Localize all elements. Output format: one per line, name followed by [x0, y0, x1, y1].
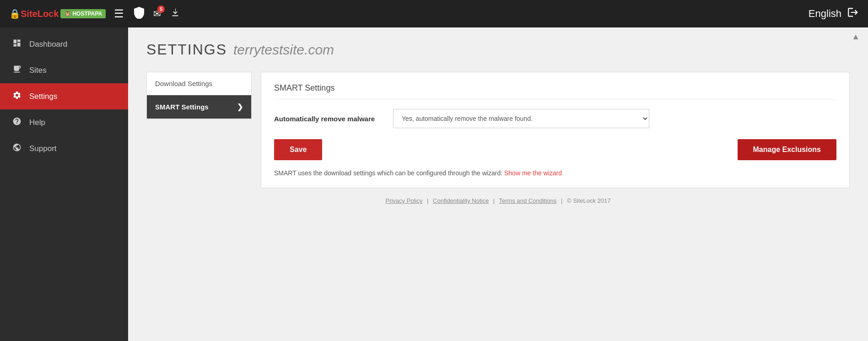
- sidebar-item-sites[interactable]: Sites: [0, 57, 128, 83]
- nav-download-settings[interactable]: Download Settings: [147, 72, 251, 95]
- wizard-link[interactable]: Show me the wizard: [504, 169, 562, 177]
- manage-exclusions-button[interactable]: Manage Exclusions: [738, 139, 837, 160]
- settings-nav: Download Settings SMART Settings ❯: [146, 72, 252, 119]
- download-icon[interactable]: [170, 8, 180, 20]
- settings-icon: [11, 91, 23, 102]
- copyright-text: © SiteLock 2017: [567, 197, 611, 204]
- logo-hostpapa: 🦉 HOSTPAPA: [60, 9, 106, 18]
- privacy-policy-link[interactable]: Privacy Policy: [385, 197, 422, 204]
- sidebar-label-dashboard: Dashboard: [29, 40, 67, 49]
- support-icon: [11, 143, 23, 154]
- logout-icon[interactable]: [847, 6, 859, 21]
- sidebar-item-dashboard[interactable]: Dashboard: [0, 31, 128, 57]
- menu-icon[interactable]: ☰: [114, 7, 125, 20]
- auto-remove-label: Automatically remove malware: [274, 115, 384, 123]
- sidebar-item-settings[interactable]: Settings: [0, 83, 128, 109]
- confidentiality-notice-link[interactable]: Confidentiality Notice: [433, 197, 489, 204]
- sep1: |: [427, 197, 428, 204]
- logo-lock-text: Lock: [38, 9, 59, 19]
- dashboard-icon: [11, 38, 23, 50]
- sep2: |: [493, 197, 495, 204]
- page-title-subtitle: terrytestsite.com: [233, 42, 334, 58]
- sidebar-label-help: Help: [29, 118, 45, 127]
- logo-area: 🔒SiteLock 🦉 HOSTPAPA: [9, 8, 106, 19]
- logo-site-text: Site: [21, 9, 38, 19]
- layout: Dashboard Sites Settings Help Support: [0, 27, 868, 341]
- auto-remove-select[interactable]: Yes, automatically remove the malware fo…: [393, 109, 649, 128]
- scroll-up-icon[interactable]: ▲: [852, 32, 860, 42]
- page-title-area: SETTINGS terrytestsite.com: [146, 41, 850, 58]
- footer: Privacy Policy | Confidentiality Notice …: [146, 188, 850, 213]
- mail-icon[interactable]: ✉ 5: [153, 8, 161, 19]
- settings-layout: Download Settings SMART Settings ❯ SMART…: [146, 72, 850, 188]
- main-content: ▲ SETTINGS terrytestsite.com Download Se…: [128, 27, 868, 341]
- sidebar-item-support[interactable]: Support: [0, 135, 128, 162]
- sidebar-label-support: Support: [29, 144, 57, 153]
- topbar-left: 🔒SiteLock 🦉 HOSTPAPA ☰ ✉ 5: [9, 7, 180, 21]
- nav-smart-settings[interactable]: SMART Settings ❯: [147, 95, 251, 119]
- panel-title: SMART Settings: [274, 83, 836, 100]
- help-icon: [11, 117, 23, 128]
- nav-arrow-icon: ❯: [237, 103, 243, 111]
- buttons-row: Save Manage Exclusions: [274, 139, 836, 160]
- sidebar-label-sites: Sites: [29, 66, 47, 75]
- save-button[interactable]: Save: [274, 139, 322, 160]
- topbar: 🔒SiteLock 🦉 HOSTPAPA ☰ ✉ 5: [0, 0, 868, 27]
- auto-remove-row: Automatically remove malware Yes, automa…: [274, 109, 836, 128]
- sep3: |: [561, 197, 562, 204]
- page-title-main: SETTINGS: [146, 41, 227, 58]
- shield-icon[interactable]: [134, 7, 144, 21]
- terms-conditions-link[interactable]: Terms and Conditions: [499, 197, 557, 204]
- mail-badge: 5: [157, 5, 165, 13]
- logo-sitelock: 🔒SiteLock: [9, 8, 59, 19]
- sidebar: Dashboard Sites Settings Help Support: [0, 27, 128, 341]
- sidebar-item-help[interactable]: Help: [0, 109, 128, 135]
- sidebar-label-settings: Settings: [29, 92, 57, 101]
- sites-icon: [11, 65, 23, 76]
- wizard-note: SMART uses the download settings which c…: [274, 169, 836, 177]
- topbar-right: English: [809, 6, 859, 21]
- smart-settings-panel: SMART Settings Automatically remove malw…: [261, 72, 850, 188]
- topbar-icons: ☰ ✉ 5: [114, 7, 180, 21]
- language-selector[interactable]: English: [809, 8, 841, 20]
